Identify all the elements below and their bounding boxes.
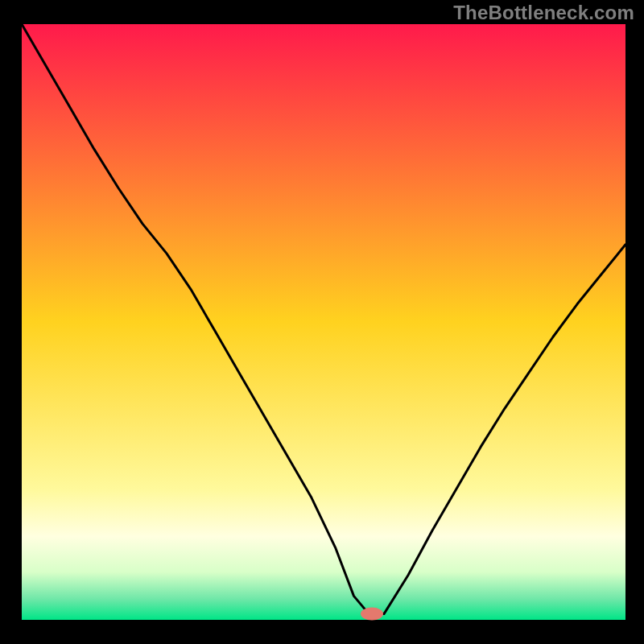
bottleneck-chart xyxy=(0,0,644,644)
plot-background xyxy=(22,24,625,620)
chart-frame: TheBottleneck.com xyxy=(0,0,644,644)
optimum-marker xyxy=(361,608,383,621)
